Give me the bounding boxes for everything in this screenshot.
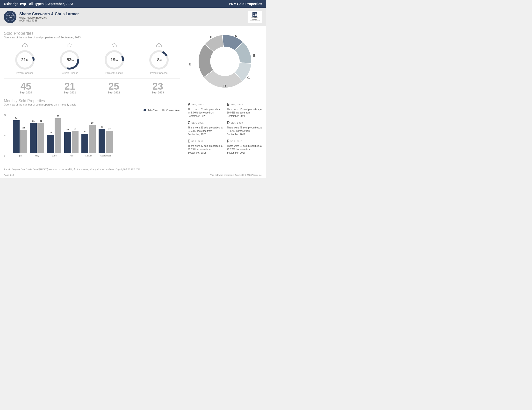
monthly-title: Monthly Sold Properties: [4, 99, 180, 103]
agent-phone: (905) 852-4338: [19, 19, 79, 22]
y-axis: 40200: [4, 114, 6, 157]
pie-legend-b: B SEP, 2022 There were 25 sold propertie…: [227, 102, 262, 118]
donut-value-3: -8%: [156, 57, 162, 63]
bar-prior-value-5: 25: [101, 126, 103, 128]
pie-legend-desc-4: There were 37 sold properties, a 76.19% …: [188, 144, 223, 155]
footer-disclaimer: Toronto Regional Real Estate Board (TRRE…: [0, 166, 266, 172]
bar-current-value-0: 24: [22, 127, 25, 129]
bar-group-april: 34 24 April: [13, 120, 27, 157]
monthly-subtitle: Overview of the number of sold propertie…: [4, 103, 180, 106]
house-icon-1: [67, 43, 73, 48]
house-icon-3: [156, 43, 162, 48]
coldwell-banker-logo: CB COLDWELL BANKER R.M.R. REAL ESTATE: [248, 11, 262, 23]
pie-legend-e: E SEP, 2019 There were 37 sold propertie…: [188, 139, 223, 155]
yearly-label-3: Sep, 2023: [136, 91, 180, 94]
agency-logo: UXBRIDGE TWP: [4, 11, 16, 23]
bar-prior-0: 34: [13, 120, 19, 153]
disclaimer-text: Toronto Regional Real Estate Board (TRRE…: [4, 168, 140, 170]
bar-month-5: September: [100, 155, 111, 157]
donut-item-1: -53% Percent Change: [48, 43, 90, 74]
current-year-legend: Current Year: [162, 109, 180, 112]
pie-legend-desc-1: There were 25 sold properties, a 19.05% …: [227, 108, 262, 118]
pie-legend-period-1: SEP, 2022: [231, 103, 243, 106]
donut-label-3: Percent Change: [150, 72, 167, 74]
donut-value-1: -53%: [65, 57, 74, 63]
yearly-label-0: Sep, 2020: [4, 91, 48, 94]
bar-current-value-4: 29: [91, 122, 94, 124]
pie-legend-letter-f: F SEP, 2018: [227, 139, 262, 143]
bar-current-1: 31: [38, 123, 44, 153]
pie-chart-container: ABCDEF: [188, 30, 262, 98]
bar-prior-value-3: 22: [66, 129, 69, 131]
pie-legend-period-4: SEP, 2019: [191, 140, 204, 142]
donut-item-0: 21% Percent Change: [4, 43, 46, 74]
yearly-label-2: Sep, 2022: [92, 91, 136, 94]
bar-prior-value-2: 19: [49, 131, 52, 134]
right-panel: ABCDEF A SEP, 2023 There were 23 sold pr…: [184, 26, 266, 166]
bar-pair-2: 19 36: [47, 118, 61, 153]
prior-year-dot: [143, 109, 146, 111]
donut-label-1: Percent Change: [61, 72, 78, 74]
y-axis-label: 0: [4, 155, 6, 157]
svg-text:CB: CB: [253, 13, 257, 16]
pie-chart: [193, 30, 256, 93]
bar-current-value-2: 36: [57, 115, 59, 117]
yearly-item-1: 21 Sep, 2021: [48, 81, 92, 94]
donut-label-2: Percent Change: [105, 72, 123, 74]
bar-group-may: 31 31 May: [30, 123, 44, 157]
svg-text:BANKER: BANKER: [252, 19, 257, 20]
pie-legend-f: F SEP, 2018 There were 21 sold propertie…: [227, 139, 262, 155]
yearly-number-3: 23: [136, 81, 180, 91]
pie-legend-period-0: SEP, 2023: [192, 103, 204, 106]
bar-month-4: August: [85, 155, 92, 157]
y-axis-label: 40: [4, 114, 6, 116]
bar-pair-3: 22 23: [64, 131, 78, 153]
pie-legend-period-2: SEP, 2021: [192, 122, 204, 124]
bar-prior-5: 25: [99, 129, 105, 153]
page-number: Page 6/13: [4, 174, 14, 176]
pie-label-e: E: [189, 62, 191, 66]
svg-text:UXBRIDGE: UXBRIDGE: [6, 14, 15, 16]
agent-info-block: UXBRIDGE TWP Shane Coxworth & Chris Larm…: [4, 11, 79, 23]
bar-prior-4: 20: [81, 134, 88, 153]
agent-details: Shane Coxworth & Chris Larmer www.Powero…: [19, 12, 79, 22]
yearly-number-0: 45: [4, 81, 48, 91]
bar-prior-2: 19: [47, 135, 54, 153]
page-label: P6 :: Sold Properties: [229, 2, 262, 6]
yearly-row: 45 Sep, 2020 21 Sep, 2021 25 Sep, 2022 2…: [4, 78, 180, 94]
pie-legend-letter-d: D SEP, 2020: [227, 121, 262, 125]
pie-legend-grid: A SEP, 2023 There were 23 sold propertie…: [188, 102, 262, 155]
bar-prior-value-4: 20: [84, 130, 86, 133]
donut-item-3: -8% Percent Change: [138, 43, 180, 74]
pie-legend-letter-b: B SEP, 2022: [227, 102, 262, 107]
bar-prior-1: 31: [30, 123, 37, 153]
donut-item-2: 19% Percent Change: [93, 43, 135, 74]
bar-current-5: 23: [106, 131, 113, 153]
bar-current-value-3: 23: [74, 128, 76, 130]
donut-value-0: 21%: [21, 57, 28, 63]
left-panel: Sold Properties Overview of the number o…: [0, 26, 184, 166]
pie-legend-desc-2: There were 21 sold properties, a 53.33% …: [188, 126, 223, 136]
bar-pair-1: 31 31: [30, 123, 44, 153]
chart-legend: Prior Year Current Year: [4, 109, 180, 112]
main-content: Sold Properties Overview of the number o…: [0, 26, 266, 166]
pie-legend-letter-e: E SEP, 2019: [188, 139, 223, 143]
bar-current-3: 23: [72, 131, 78, 153]
bar-group-june: 19 36 June: [47, 118, 61, 157]
bar-pair-0: 34 24: [13, 120, 27, 153]
bar-pair-4: 20 29: [81, 125, 96, 153]
svg-text:TWP: TWP: [9, 17, 12, 18]
yearly-label-1: Sep, 2021: [48, 91, 92, 94]
bar-month-2: June: [52, 155, 57, 157]
yearly-item-2: 25 Sep, 2022: [92, 81, 136, 94]
house-icon-0: [22, 43, 28, 48]
sub-header: UXBRIDGE TWP Shane Coxworth & Chris Larm…: [0, 8, 266, 26]
pie-legend-period-3: SEP, 2020: [231, 122, 243, 124]
bar-pair-5: 25 23: [99, 129, 113, 153]
top-header: Uxbridge Twp - All Types | September, 20…: [0, 0, 266, 8]
bar-group-august: 20 29 August: [81, 125, 96, 157]
pie-legend-letter-a: A SEP, 2023: [188, 102, 223, 107]
svg-text:R.M.R. REAL ESTATE: R.M.R. REAL ESTATE: [250, 20, 260, 21]
donut-chart-0: 21%: [14, 49, 36, 71]
yearly-item-3: 23 Sep, 2023: [136, 81, 180, 94]
